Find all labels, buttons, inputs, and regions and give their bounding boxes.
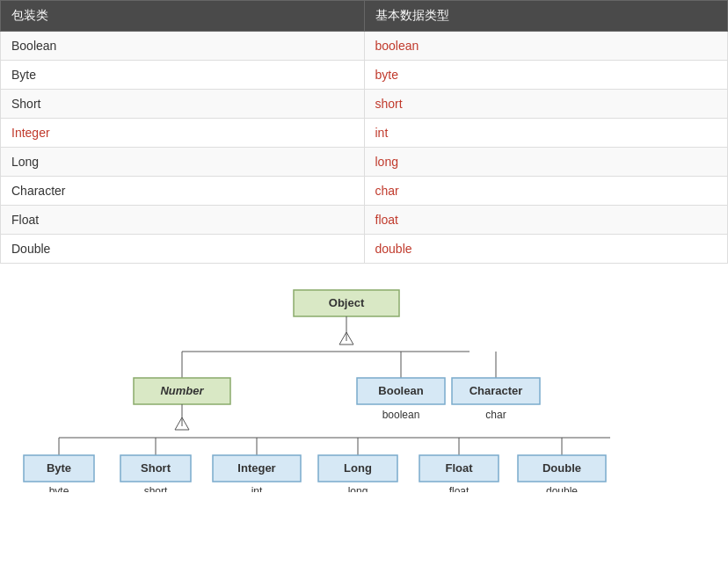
- boolean-label: Boolean: [378, 384, 423, 397]
- primitive-cell: byte: [364, 61, 728, 90]
- long-label: Long: [344, 461, 372, 475]
- wrapper-cell: Integer: [1, 119, 365, 148]
- byte-label: Byte: [47, 461, 71, 475]
- class-hierarchy-diagram: Object Number Boolean boolean Character …: [0, 264, 728, 501]
- integer-subtext: int: [251, 485, 263, 492]
- long-subtext: long: [348, 485, 368, 492]
- short-subtext: short: [144, 485, 168, 492]
- object-label: Object: [329, 296, 365, 309]
- data-type-table: 包装类 基本数据类型 BooleanbooleanBytebyteShortsh…: [0, 0, 728, 264]
- float-label: Float: [445, 461, 473, 475]
- primitive-cell: float: [364, 206, 728, 235]
- number-label: Number: [160, 384, 204, 397]
- wrapper-cell: Byte: [1, 61, 365, 90]
- wrapper-cell: Boolean: [1, 32, 365, 61]
- hierarchy-svg: Object Number Boolean boolean Character …: [21, 281, 707, 492]
- col2-header: 基本数据类型: [364, 1, 728, 32]
- primitive-cell: short: [364, 90, 728, 119]
- character-subtext: char: [485, 409, 506, 421]
- col1-header: 包装类: [1, 1, 365, 32]
- wrapper-cell: Double: [1, 235, 365, 264]
- wrapper-cell: Short: [1, 90, 365, 119]
- primitive-cell: char: [364, 177, 728, 206]
- primitive-cell: int: [364, 119, 728, 148]
- integer-label: Integer: [237, 461, 275, 475]
- character-label: Character: [470, 384, 523, 397]
- primitive-cell: long: [364, 148, 728, 177]
- boolean-subtext: boolean: [382, 409, 420, 421]
- primitive-cell: double: [364, 235, 728, 264]
- short-label: Short: [141, 461, 171, 475]
- double-subtext: double: [546, 485, 578, 492]
- float-subtext: float: [449, 485, 470, 492]
- wrapper-cell: Long: [1, 148, 365, 177]
- wrapper-cell: Float: [1, 206, 365, 235]
- double-label: Double: [542, 461, 581, 475]
- primitive-cell: boolean: [364, 32, 728, 61]
- byte-subtext: byte: [49, 485, 69, 492]
- wrapper-cell: Character: [1, 177, 365, 206]
